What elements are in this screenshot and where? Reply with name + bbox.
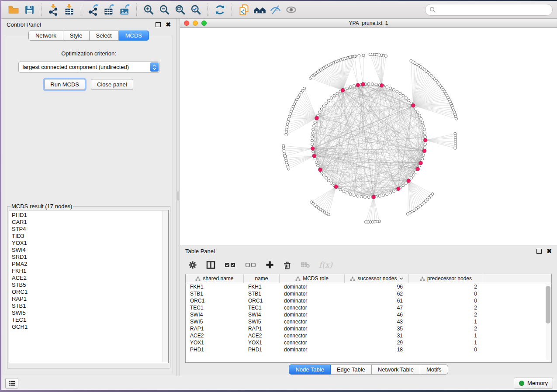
mcds-result-node[interactable]: STB5 [12, 282, 168, 289]
refresh-layout-icon[interactable] [212, 3, 228, 17]
zoom-window-icon[interactable] [201, 21, 207, 26]
show-all-icon[interactable] [283, 3, 299, 17]
table-row[interactable]: FKH1FKH1dominator962 [186, 283, 551, 290]
tab-network[interactable]: Network [28, 31, 63, 41]
select-all-columns-icon[interactable] [224, 261, 236, 269]
zoom-selected-icon[interactable] [188, 3, 204, 17]
memory-button[interactable]: Memory [514, 378, 553, 389]
zoom-fit-icon[interactable] [172, 3, 188, 17]
mcds-result-node[interactable]: YOX1 [12, 240, 168, 247]
table-scrollbar-thumb[interactable] [546, 286, 550, 323]
splitter-handle-icon[interactable] [177, 192, 179, 200]
panel-splitter[interactable] [176, 19, 180, 376]
mcds-result-node[interactable]: CAR1 [12, 219, 168, 226]
table-row[interactable]: TEC1TEC1connector472 [186, 304, 551, 311]
mcds-result-node[interactable]: PHD1 [12, 212, 168, 219]
table-row[interactable]: PHD1PHD1dominator180 [186, 346, 551, 353]
unselect-all-columns-icon[interactable] [245, 261, 257, 269]
table-row[interactable]: ACE2ACE2connector311 [186, 332, 551, 339]
network-window-titlebar[interactable]: YPA_prune.txt_1 [180, 19, 557, 28]
dominator-node[interactable] [423, 138, 427, 142]
column-header-shared-name[interactable]: shared name [186, 274, 244, 283]
import-table-icon[interactable] [61, 3, 77, 17]
column-header-predecessor-nodes[interactable]: predecessor nodes [409, 274, 483, 283]
column-header-name[interactable]: name [244, 274, 280, 283]
tab-edge-table[interactable]: Edge Table [331, 364, 372, 375]
zoom-out-icon[interactable] [156, 3, 172, 17]
dominator-node[interactable] [341, 89, 345, 93]
minimize-window-icon[interactable] [193, 21, 198, 26]
tab-motifs[interactable]: Motifs [420, 364, 448, 375]
show-panels-button[interactable] [5, 378, 18, 389]
dominator-node[interactable] [416, 167, 420, 171]
close-panel-button[interactable]: Close panel [91, 79, 133, 90]
mcds-result-node[interactable]: STP4 [12, 226, 168, 233]
mcds-result-node[interactable]: TEC1 [12, 316, 168, 323]
dominator-node[interactable] [334, 185, 338, 189]
dominator-node[interactable] [311, 147, 315, 151]
table-row[interactable]: SWI5SWI5connector431 [186, 318, 551, 325]
float-table-panel-icon[interactable] [536, 249, 542, 254]
close-table-panel-icon[interactable]: ✖ [547, 248, 552, 254]
mcds-result-node[interactable]: ORC1 [12, 289, 168, 296]
tab-network-table[interactable]: Network Table [372, 364, 420, 375]
mcds-result-node[interactable]: GCR1 [12, 323, 168, 330]
dominator-node[interactable] [315, 116, 319, 120]
close-panel-icon[interactable]: ✖ [166, 21, 171, 28]
dominator-node[interactable] [380, 83, 384, 87]
table-settings-gear-icon[interactable] [188, 260, 197, 270]
table-row[interactable]: YOX1YOX1connector291 [186, 339, 551, 346]
criterion-select[interactable]: largest connected component (undirected) [18, 62, 159, 72]
mcds-result-node[interactable]: FKH1 [12, 268, 168, 275]
column-header-successor-nodes[interactable]: successor nodes [345, 274, 409, 283]
mcds-result-node[interactable]: RAP1 [12, 296, 168, 303]
network-canvas[interactable] [180, 28, 557, 245]
mcds-result-node[interactable]: TID3 [12, 233, 168, 240]
table-row[interactable]: RAP1RAP1dominator352 [186, 325, 551, 332]
tab-node-table[interactable]: Node Table [289, 364, 331, 375]
import-network-icon[interactable] [45, 3, 61, 17]
mcds-result-list[interactable]: PHD1CAR1STP4TID3YOX1SWI4SRD1PMA2FKH1ACE2… [9, 210, 169, 363]
tab-select[interactable]: Select [90, 31, 119, 41]
save-session-icon[interactable] [21, 3, 37, 17]
dominator-node[interactable] [318, 168, 322, 172]
export-image-icon[interactable] [117, 3, 132, 17]
mcds-result-node[interactable]: PMA2 [12, 261, 168, 268]
close-window-icon[interactable] [184, 21, 189, 26]
hide-selected-icon[interactable] [267, 3, 283, 17]
dominator-node[interactable] [397, 187, 401, 191]
column-header-MCDS-role[interactable]: MCDS role [280, 274, 345, 283]
show-columns-icon[interactable] [206, 260, 216, 270]
dominator-node[interactable] [312, 154, 316, 158]
dominator-node[interactable] [356, 83, 360, 87]
list-scrollbar-track[interactable] [162, 211, 168, 362]
run-mcds-button[interactable]: Run MCDS [44, 79, 85, 90]
table-row[interactable]: SWI4SWI4dominator462 [186, 311, 551, 318]
dominator-node[interactable] [411, 103, 415, 107]
dominator-node[interactable] [419, 161, 423, 165]
dominator-node[interactable] [372, 195, 376, 199]
mcds-result-node[interactable]: SWI5 [12, 309, 168, 316]
first-neighbors-icon[interactable] [252, 3, 267, 17]
search-box[interactable] [425, 4, 553, 16]
dominator-node[interactable] [422, 149, 426, 153]
export-table-icon[interactable] [101, 3, 117, 17]
mcds-result-node[interactable]: SRD1 [12, 254, 168, 261]
open-network-icon[interactable] [6, 3, 21, 17]
network-graph[interactable] [180, 28, 557, 245]
dominator-node[interactable] [361, 83, 365, 86]
mcds-result-node[interactable]: SWI4 [12, 247, 168, 254]
export-network-icon[interactable] [85, 3, 101, 17]
create-column-icon[interactable] [265, 260, 274, 269]
delete-column-icon[interactable] [283, 260, 292, 270]
search-input[interactable] [439, 6, 548, 14]
mcds-result-node[interactable]: STB1 [12, 303, 168, 309]
zoom-in-icon[interactable] [141, 3, 156, 17]
tab-style[interactable]: Style [63, 31, 90, 41]
mcds-result-node[interactable]: ACE2 [12, 275, 168, 282]
table-row[interactable]: STB1STB1dominator620 [186, 290, 551, 297]
table-row[interactable]: ORC1ORC1dominator610 [186, 297, 551, 304]
dominator-node[interactable] [407, 179, 411, 183]
tab-mcds[interactable]: MCDS [119, 31, 149, 41]
float-panel-icon[interactable] [156, 22, 161, 27]
